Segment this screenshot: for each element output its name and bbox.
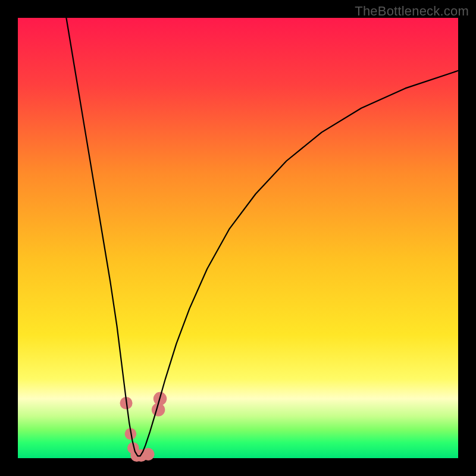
watermark-text: TheBottleneck.com: [355, 4, 469, 19]
plot-background: [18, 18, 458, 458]
chart-frame: TheBottleneck.com: [0, 0, 476, 476]
bottleneck-chart: [0, 0, 476, 476]
